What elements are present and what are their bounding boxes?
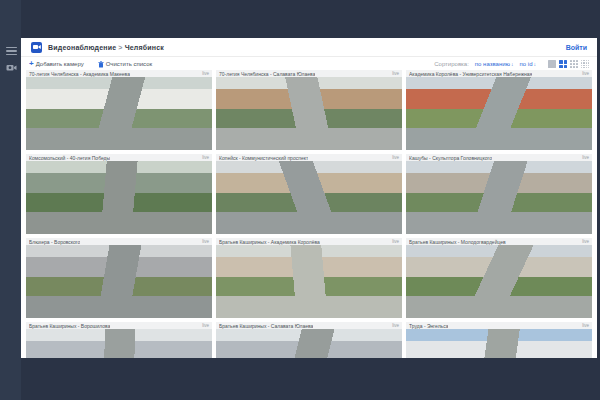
add-camera-button[interactable]: + Добавить камеру [29,61,84,67]
camera-title[interactable]: Блюхера - Воровского [29,239,80,245]
camera-title[interactable]: Копейск - Коммунистический проспект [219,155,308,161]
view-grid-4x4-icon[interactable] [581,60,589,68]
login-button[interactable]: Войти [566,44,587,51]
logo-camera-icon [33,44,41,50]
camera-feed-image[interactable] [26,329,212,358]
camera-title[interactable]: Братьев Кашириных - Ворошилова [29,323,110,329]
camera-title[interactable]: Труда - Энгельса [409,323,448,329]
plus-icon: + [29,61,34,67]
camera-title-bar: 70-летия Челябинска - Академика Макееваl… [26,70,212,77]
sort-by-name-label: по названию [475,61,510,67]
cameras-nav-button[interactable] [5,61,17,73]
camera-tile: 70-летия Челябинска - Салавата Юлаеваliv… [216,70,402,150]
sort-controls: Сортировка: по названию ↓ по id ↓ [434,60,589,68]
toolbar: + Добавить камеру Очистить список Сортир… [21,58,597,70]
camera-title[interactable]: Братьев Кашириных - Молодогвардейцев [409,239,506,245]
camera-title-bar: Братьев Кашириных - Ворошиловаlive [26,322,212,329]
camera-title[interactable]: Кашубы - Скульптора Головницкого [409,155,492,161]
live-badge: live [582,71,589,76]
menu-button[interactable] [5,45,17,57]
live-badge: live [392,155,399,160]
camera-feed-image[interactable] [216,77,402,150]
app-logo[interactable] [31,42,42,53]
camera-tile: Комсомольский - 40-летия Победыlive [26,154,212,234]
camera-tile: Копейск - Коммунистический проспектlive [216,154,402,234]
left-rail [0,0,21,400]
camera-tile: Братьев Кашириных - Академика Королёваli… [216,238,402,318]
camera-tile: 70-летия Челябинска - Академика Макееваl… [26,70,212,150]
view-grid-2x2-icon[interactable] [559,60,567,68]
trash-icon [98,61,104,68]
camera-tile: Братьев Кашириных - Салавата Юлаеваlive [216,322,402,358]
camera-icon [6,63,17,72]
camera-feed-image[interactable] [406,245,592,318]
camera-title-bar: Братьев Кашириных - Салавата Юлаеваlive [216,322,402,329]
sort-by-name-button[interactable]: по названию ↓ [475,61,514,67]
camera-title-bar: Академика Королёва - Университетская Наб… [406,70,592,77]
view-single-icon[interactable] [548,60,556,68]
view-mode-switcher [548,60,589,68]
camera-feed-image[interactable] [26,77,212,150]
camera-grid: 70-летия Челябинска - Академика Макееваl… [26,70,592,358]
live-badge: live [392,323,399,328]
add-camera-label: Добавить камеру [36,61,84,67]
camera-feed-image[interactable] [216,329,402,358]
camera-title[interactable]: Академика Королёва - Университетская Наб… [409,71,532,77]
sort-arrow-down-icon: ↓ [511,61,514,67]
camera-feed-image[interactable] [406,77,592,150]
camera-tile: Академика Королёва - Университетская Наб… [406,70,592,150]
camera-tile: Труда - Энгельсаlive [406,322,592,358]
camera-feed-image[interactable] [406,329,592,358]
camera-tile: Братьев Кашириных - Молодогвардейцевlive [406,238,592,318]
camera-title[interactable]: 70-летия Челябинска - Академика Макеева [29,71,130,77]
breadcrumb: Видеонаблюдение>Челябинск [48,44,164,51]
live-badge: live [582,239,589,244]
camera-title-bar: Копейск - Коммунистический проспектlive [216,154,402,161]
camera-title-bar: Комсомольский - 40-летия Победыlive [26,154,212,161]
sort-arrow-down-icon: ↓ [534,61,537,67]
main-panel: Видеонаблюдение>Челябинск Войти + Добави… [21,38,597,358]
sort-label: Сортировка: [434,61,469,67]
app-header: Видеонаблюдение>Челябинск Войти [21,38,597,57]
menu-icon [6,47,17,56]
camera-title-bar: Кашубы - Скульптора Головницкогоlive [406,154,592,161]
camera-tile: Кашубы - Скульптора Головницкогоlive [406,154,592,234]
camera-feed-image[interactable] [216,161,402,234]
camera-title-bar: Братьев Кашириных - Академика Королёваli… [216,238,402,245]
live-badge: live [392,239,399,244]
camera-feed-image[interactable] [406,161,592,234]
camera-title[interactable]: Комсомольский - 40-летия Победы [29,155,110,161]
camera-title[interactable]: 70-летия Челябинска - Салавата Юлаева [219,71,315,77]
view-grid-3x3-icon[interactable] [570,60,578,68]
live-badge: live [202,239,209,244]
breadcrumb-separator: > [116,44,124,51]
camera-tile: Блюхера - Воровскогоlive [26,238,212,318]
breadcrumb-city[interactable]: Челябинск [125,44,164,51]
camera-feed-image[interactable] [26,245,212,318]
camera-title-bar: Труда - Энгельсаlive [406,322,592,329]
live-badge: live [202,323,209,328]
live-badge: live [582,155,589,160]
breadcrumb-brand[interactable]: Видеонаблюдение [48,44,116,51]
camera-feed-image[interactable] [216,245,402,318]
camera-title-bar: Блюхера - Воровскогоlive [26,238,212,245]
camera-title[interactable]: Братьев Кашириных - Салавата Юлаева [219,323,313,329]
live-badge: live [202,71,209,76]
camera-title-bar: Братьев Кашириных - Молодогвардейцевlive [406,238,592,245]
camera-feed-image[interactable] [26,161,212,234]
live-badge: live [392,71,399,76]
camera-title-bar: 70-летия Челябинска - Салавата Юлаеваliv… [216,70,402,77]
sort-by-id-button[interactable]: по id ↓ [520,61,536,67]
camera-tile: Братьев Кашириных - Ворошиловаlive [26,322,212,358]
sort-by-id-label: по id [520,61,533,67]
clear-list-label: Очистить список [106,61,152,67]
camera-title[interactable]: Братьев Кашириных - Академика Королёва [219,239,320,245]
live-badge: live [202,155,209,160]
live-badge: live [582,323,589,328]
clear-list-button[interactable]: Очистить список [98,61,152,68]
